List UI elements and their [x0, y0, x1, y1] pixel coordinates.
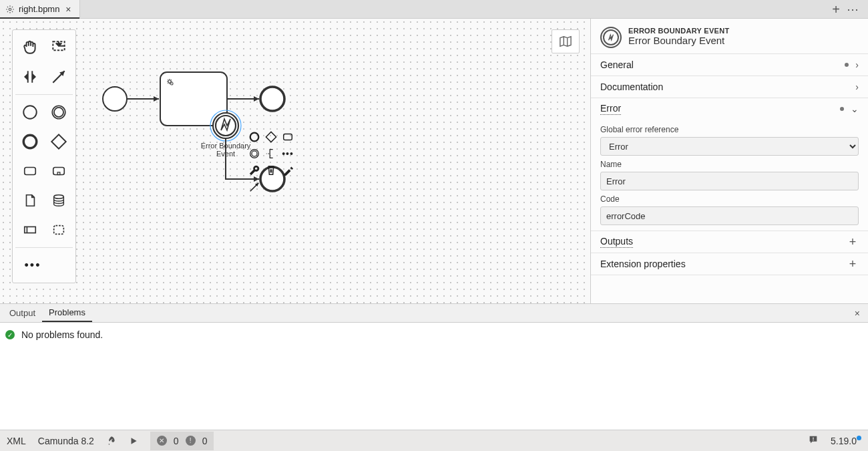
cp-change-type[interactable] [247, 163, 262, 178]
context-pad: ••• [247, 130, 295, 194]
boundary-event-label: Error Boundary Event [199, 142, 252, 158]
status-bar: XML Camunda 8.2 ✕ 0 ! 0 5.19.0 [0, 430, 868, 451]
check-icon: ✓ [5, 330, 15, 339]
svg-rect-31 [813, 438, 813, 440]
modified-dot-icon [840, 107, 844, 111]
section-general[interactable]: General › [591, 54, 868, 76]
cp-more[interactable]: ••• [280, 146, 295, 161]
status-version[interactable]: 5.19.0 [831, 436, 861, 446]
section-extension-label: Extension properties [600, 259, 686, 269]
tab-problems[interactable]: Problems [42, 304, 92, 322]
global-error-ref-label: Global error reference [600, 125, 859, 134]
tab-bar: right.bpmn × + ⋯ [0, 0, 868, 19]
diagram-canvas[interactable]: ••• [0, 19, 590, 303]
chevron-down-icon: ⌄ [851, 104, 859, 114]
connect-icon [248, 181, 260, 193]
section-outputs-label: Outputs [600, 236, 633, 248]
svg-marker-19 [254, 96, 259, 102]
svg-rect-27 [266, 132, 276, 142]
play-icon [129, 436, 138, 446]
status-engine[interactable]: Camunda 8.2 [38, 436, 94, 446]
svg-point-12 [103, 87, 127, 111]
section-extension-properties[interactable]: Extension properties + [591, 253, 868, 275]
properties-header-type: ERROR BOUNDARY EVENT [628, 27, 729, 35]
chevron-right-icon: › [855, 82, 859, 92]
section-error[interactable]: Error ⌄ [591, 98, 868, 120]
global-error-ref-select[interactable]: Error [600, 137, 859, 156]
warning-badge-icon: ! [186, 436, 196, 446]
add-icon[interactable]: + [847, 258, 859, 270]
svg-rect-28 [284, 134, 292, 140]
error-code-input[interactable] [600, 206, 859, 225]
section-general-label: General [600, 59, 634, 70]
properties-header-title: Error Boundary Event [628, 35, 729, 46]
cp-append-end-event[interactable] [247, 130, 262, 144]
section-documentation[interactable]: Documentation › [591, 76, 868, 98]
bottom-tab-bar: Output Problems × [0, 304, 868, 323]
section-documentation-label: Documentation [600, 82, 663, 92]
add-icon[interactable]: + [847, 236, 859, 248]
svg-point-0 [9, 8, 11, 11]
section-error-label: Error [600, 103, 621, 115]
trash-icon [265, 164, 277, 176]
error-code-label: Code [600, 194, 859, 204]
svg-rect-32 [813, 440, 813, 440]
error-badge-icon: ✕ [157, 436, 167, 446]
gear-icon [5, 5, 15, 14]
cp-append-gateway[interactable] [264, 130, 278, 144]
svg-point-22 [213, 113, 238, 138]
tab-overflow-button[interactable]: ⋯ [847, 3, 859, 15]
close-bottom-panel[interactable]: × [847, 304, 868, 322]
tab-output[interactable]: Output [3, 304, 42, 322]
status-feedback[interactable] [808, 434, 819, 447]
bpmn-diagram: Error Boundary Event [0, 19, 590, 303]
status-run[interactable] [129, 436, 138, 446]
feedback-icon [808, 434, 819, 445]
cp-annotation[interactable] [264, 146, 278, 161]
cp-append-task[interactable] [280, 130, 295, 144]
wrench-icon [248, 164, 260, 176]
svg-marker-14 [154, 96, 159, 102]
properties-panel: ERROR BOUNDARY EVENT Error Boundary Even… [590, 19, 868, 303]
status-xml-toggle[interactable]: XML [7, 436, 26, 446]
error-name-label: Name [600, 160, 859, 169]
chevron-right-icon: › [855, 59, 859, 70]
rocket-icon [106, 436, 117, 446]
error-name-input[interactable] [600, 172, 859, 190]
modified-dot-icon [845, 63, 849, 67]
section-outputs[interactable]: Outputs + [591, 231, 868, 253]
status-problems-summary[interactable]: ✕ 0 ! 0 [150, 432, 214, 450]
update-dot-icon [857, 436, 861, 440]
file-tab-label: right.bpmn [19, 4, 59, 14]
cp-connect[interactable] [247, 180, 262, 194]
close-icon[interactable]: × [63, 4, 73, 15]
problems-message: No problems found. [21, 329, 103, 340]
cp-append-intermediate[interactable] [247, 146, 262, 161]
svg-point-30 [252, 151, 257, 156]
paint-icon [282, 164, 294, 176]
error-event-icon [600, 27, 622, 48]
svg-point-20 [260, 87, 284, 111]
cp-delete[interactable] [264, 163, 278, 178]
svg-point-26 [250, 133, 259, 142]
file-tab[interactable]: right.bpmn × [0, 0, 80, 18]
problems-panel: ✓ No problems found. [0, 323, 868, 430]
status-deploy[interactable] [106, 436, 117, 446]
properties-header: ERROR BOUNDARY EVENT Error Boundary Even… [591, 19, 868, 54]
new-tab-button[interactable]: + [832, 3, 840, 16]
cp-color[interactable] [280, 163, 295, 178]
